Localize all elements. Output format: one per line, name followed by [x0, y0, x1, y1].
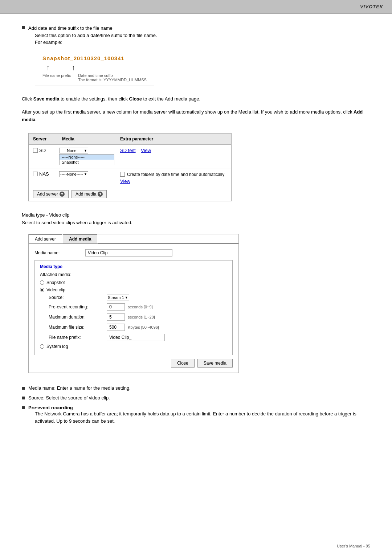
media-type-heading: Media type - Video clip: [22, 212, 370, 218]
radio-video-clip-icon[interactable]: [40, 288, 44, 292]
arrow-suffix-icon: ↑: [72, 63, 75, 72]
bullet-square-icon: [22, 26, 25, 29]
max-duration-row: Maximum duration: seconds [1~20]: [49, 313, 227, 321]
source-value: Stream 1: [108, 295, 124, 300]
row-nas-extra: Create folders by date time and hour aut…: [116, 171, 231, 185]
media-type-legend: Media type: [40, 264, 227, 269]
table-row: NAS -----None----- ▼ Create folders by d…: [29, 168, 231, 187]
pre-event-input[interactable]: [107, 303, 125, 311]
bullet-square-media-name-icon: [22, 387, 25, 390]
panel-buttons: Close Save media: [34, 359, 233, 368]
bottom-bullet-source: Source: Select the source of video clip.: [22, 395, 370, 401]
file-name-prefix-row: File name prefix:: [49, 334, 227, 341]
pre-event-row: Pre-event recording: seconds [0~9]: [49, 303, 227, 311]
media-name-label: Media name:: [34, 250, 85, 255]
arrow-prefix-icon: ↑: [46, 63, 50, 72]
for-example-label: For example:: [35, 39, 157, 46]
header-media: Media: [58, 135, 116, 143]
pre-event-note: seconds [0~9]: [128, 305, 153, 309]
dropdown-item-snapshot[interactable]: Snapshot: [60, 160, 114, 165]
max-file-size-row: Maximum file size: Kbytes [50~4096]: [49, 324, 227, 331]
nas-folders-checkbox[interactable]: [120, 172, 125, 177]
radio-video-clip-label: Video clip: [46, 287, 65, 292]
row-nas-server: NAS: [29, 171, 58, 177]
table-buttons: Add server ▼ Add media ▼: [29, 187, 231, 201]
radio-snapshot-icon[interactable]: [40, 280, 44, 285]
nas-create-row: Create folders by date time and hour aut…: [120, 172, 227, 177]
video-clip-sub-fields: Source: Stream 1 ▼ Pre-event recording: …: [49, 295, 227, 341]
label-suffix-col: Date and time suffix The format is: YYYY…: [78, 73, 147, 82]
file-name-prefix-label: File name prefix:: [49, 335, 107, 340]
row-nas-media: -----None----- ▼: [58, 171, 116, 178]
close-button[interactable]: Close: [171, 359, 195, 368]
source-row: Source: Stream 1 ▼: [49, 295, 227, 300]
sd-media-select[interactable]: -----None----- ▼: [59, 148, 88, 153]
add-server-button[interactable]: Add server ▼: [33, 190, 69, 198]
source-label: Source:: [49, 295, 107, 300]
bottom-bullet-pre-event: Pre-event recording The Network Camera h…: [22, 405, 370, 426]
footer: User's Manual - 95: [337, 544, 370, 548]
para1-bold1: Save media: [33, 96, 60, 102]
sd-view-link[interactable]: View: [141, 148, 151, 153]
radio-snapshot-row: Snapshot: [40, 280, 227, 285]
source-arrow-icon: ▼: [125, 296, 128, 299]
nas-folders-label: Create folders by date time and hour aut…: [127, 172, 224, 177]
source-select[interactable]: Stream 1 ▼: [107, 295, 129, 300]
label-prefix: File name prefix: [42, 73, 71, 78]
para1-bold2: Close: [129, 96, 142, 102]
header-extra: Extra parameter: [116, 135, 231, 143]
save-media-button[interactable]: Save media: [197, 359, 233, 368]
bullet-media-name-text: Media name: Enter a name for the media s…: [28, 385, 131, 391]
add-media-panel: Add server Add media Media name: Media t…: [28, 234, 239, 373]
nas-checkbox[interactable]: [33, 172, 38, 176]
file-name-prefix-input[interactable]: [107, 334, 165, 341]
brand-label: VIVOTEK: [360, 4, 383, 9]
header-server: Server: [29, 135, 58, 143]
bullet-date-suffix-indent: Select this option to add a date/time su…: [35, 32, 157, 39]
nas-select-arrow-icon: ▼: [84, 172, 87, 176]
max-duration-label: Maximum duration:: [49, 315, 107, 320]
max-file-size-note: Kbytes [50~4096]: [128, 325, 159, 329]
para2: After you set up the first media server,…: [22, 108, 370, 124]
max-duration-input[interactable]: [107, 313, 125, 321]
sd-dropdown-list: -----None----- Snapshot: [59, 154, 114, 165]
sd-checkbox[interactable]: [33, 148, 38, 153]
bottom-bullet-media-name: Media name: Enter a name for the media s…: [22, 385, 370, 391]
add-server-label: Add server: [37, 192, 58, 197]
add-media-tabs: Add server Add media: [29, 234, 238, 244]
tab-add-media[interactable]: Add media: [63, 234, 97, 243]
dropdown-item-none[interactable]: -----None-----: [60, 155, 114, 160]
media-type-group: Media type Attached media: Snapshot Vide…: [34, 260, 233, 355]
bullet-date-suffix: Add date and time suffix to the file nam…: [22, 25, 370, 90]
media-table: Server Media Extra parameter SD -----Non…: [28, 133, 232, 201]
add-media-body: Media name: Media type Attached media: S…: [29, 244, 238, 373]
bullet-pre-event-detail: The Network Camera has a buffer area; it…: [35, 410, 370, 426]
bullet-pre-event-main: Pre-event recording: [28, 405, 370, 410]
add-media-label: Add media: [75, 192, 96, 197]
example-labels: File name prefix Date and time suffix Th…: [42, 73, 147, 82]
nas-view-link[interactable]: View: [120, 178, 130, 184]
sd-label: SD: [39, 148, 46, 153]
max-file-size-input[interactable]: [107, 324, 125, 331]
page: VIVOTEK Add date and time suffix to the …: [0, 0, 392, 554]
radio-system-log-label: System log: [46, 344, 68, 349]
radio-system-log-icon[interactable]: [40, 344, 44, 349]
nas-media-select[interactable]: -----None----- ▼: [59, 171, 88, 177]
media-name-row: Media name:: [34, 249, 233, 257]
sd-test-link[interactable]: SD test: [120, 148, 136, 153]
radio-snapshot-label: Snapshot: [46, 280, 65, 285]
bullet-date-suffix-main: Add date and time suffix to the file nam…: [28, 25, 113, 31]
para2-bold: Add media: [22, 109, 363, 122]
tab-add-server[interactable]: Add server: [29, 234, 62, 243]
attached-media-label: Attached media:: [40, 272, 227, 277]
add-media-button[interactable]: Add media ▼: [72, 190, 107, 198]
max-file-size-label: Maximum file size:: [49, 325, 107, 330]
bullet-square-source-icon: [22, 397, 25, 399]
bottom-bullets: Media name: Enter a name for the media s…: [22, 385, 370, 426]
example-box: Snapshot_20110320_100341 ↑ ↑ File name p…: [35, 50, 154, 86]
bullet-pre-event-content: Pre-event recording The Network Camera h…: [28, 405, 370, 426]
pre-event-label: Pre-event recording:: [49, 304, 107, 309]
media-name-input[interactable]: [85, 249, 172, 257]
radio-video-clip-row: Video clip: [40, 287, 227, 292]
label-suffix: Date and time suffix: [78, 73, 147, 78]
